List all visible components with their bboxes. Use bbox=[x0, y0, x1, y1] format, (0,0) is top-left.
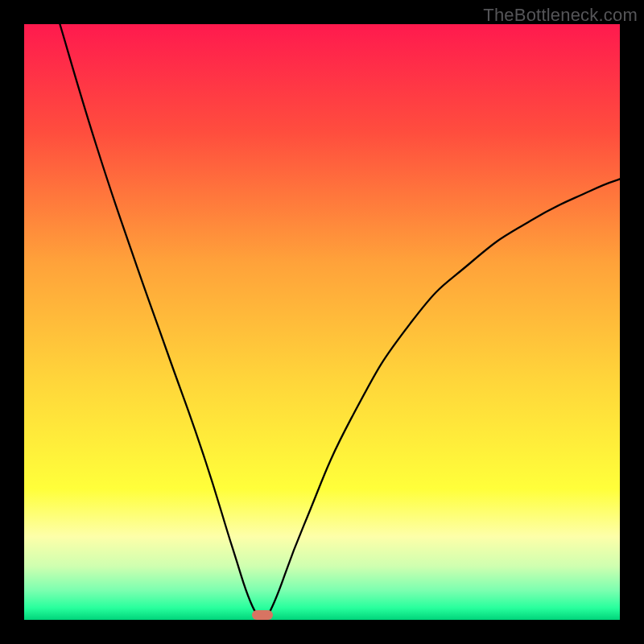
optimum-marker bbox=[252, 610, 273, 620]
chart-frame: TheBottleneck.com bbox=[0, 0, 644, 644]
plot-area bbox=[24, 24, 620, 620]
watermark-text: TheBottleneck.com bbox=[483, 5, 638, 26]
bottleneck-curve bbox=[24, 24, 620, 620]
